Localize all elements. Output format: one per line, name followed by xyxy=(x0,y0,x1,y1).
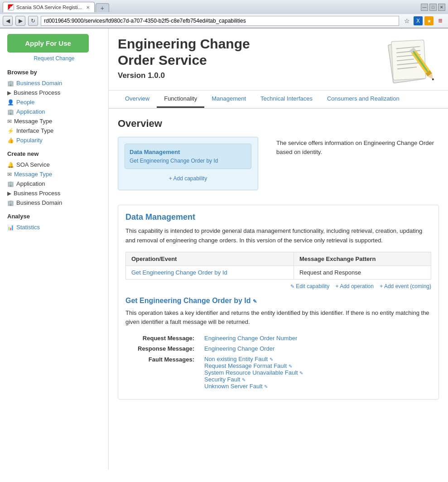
reload-btn[interactable]: ↻ xyxy=(28,16,38,26)
statistics-link[interactable]: Statistics xyxy=(16,224,40,231)
apply-for-use-button[interactable]: Apply For Use xyxy=(7,34,89,53)
response-message-link[interactable]: Engineering Change Order xyxy=(204,345,275,352)
thumbsup-icon: 👍 xyxy=(7,137,14,144)
pattern-cell: Request and Response xyxy=(294,265,431,279)
nav-ext-icon-2[interactable]: ★ xyxy=(424,16,434,25)
ext-icon-3: ✎ xyxy=(299,371,303,376)
header-text: Engineering Change Order Service Version… xyxy=(118,36,376,80)
sidebar-item-popularity[interactable]: 👍 Popularity xyxy=(7,135,101,145)
forward-btn[interactable]: ▶ xyxy=(15,16,25,26)
ext-icon-4: ✎ xyxy=(242,377,246,382)
data-management-title[interactable]: Data Management xyxy=(125,212,431,222)
tab-consumers-realization[interactable]: Consumers and Realization xyxy=(320,91,407,108)
sidebar-item-statistics[interactable]: 📊 Statistics xyxy=(7,222,101,232)
close-btn[interactable]: ✕ xyxy=(438,4,445,11)
overview-top-section: Data Management Get Engineering Change O… xyxy=(118,137,439,198)
bookmark-icon[interactable]: ☆ xyxy=(402,16,412,26)
add-capability-btn[interactable]: + Add capability xyxy=(125,174,251,183)
application-new-label: Application xyxy=(16,180,45,187)
tab-management[interactable]: Management xyxy=(204,91,253,108)
minimize-btn[interactable]: — xyxy=(421,4,428,11)
fault-link-5[interactable]: Unknown Server Fault ✎ xyxy=(204,383,426,390)
sidebar-item-interface-type[interactable]: ⚡ Interface Type xyxy=(7,126,101,135)
tab-overview[interactable]: Overview xyxy=(118,91,157,108)
business-process-new-label: Business Process xyxy=(14,190,60,197)
operation-link[interactable]: Get Engineering Change Order by Id xyxy=(131,269,227,276)
envelope-icon-2: ✉ xyxy=(7,171,12,178)
new-tab-btn[interactable]: + xyxy=(96,3,109,12)
data-management-inner-title: Data Management xyxy=(130,149,246,155)
person-icon: 👤 xyxy=(7,99,14,106)
data-management-section: Data Management This capability is inten… xyxy=(118,205,439,400)
fault-link-4[interactable]: Security Fault ✎ xyxy=(204,376,426,383)
people-link[interactable]: People xyxy=(16,99,34,106)
operation-title: Get Engineering Change Order by Id ✎ xyxy=(125,297,431,305)
sidebar-item-business-domain-new[interactable]: 🏢 Business Domain xyxy=(7,198,101,207)
chart-icon: 📊 xyxy=(7,224,14,231)
tab-functionality[interactable]: Functionality xyxy=(157,91,204,108)
document-illustration-svg xyxy=(387,38,437,83)
request-message-link[interactable]: Engineering Change Order Number xyxy=(204,335,297,342)
envelope-icon: ✉ xyxy=(7,118,12,125)
content-area: Overview Data Management Get Engineering… xyxy=(109,109,448,416)
add-operation-link[interactable]: + Add operation xyxy=(336,283,374,289)
bell-icon: 🔔 xyxy=(7,162,14,168)
ext-icon-5: ✎ xyxy=(264,384,268,389)
sidebar-item-message-type[interactable]: ✉ Message Type xyxy=(7,116,101,126)
tab-close-btn[interactable]: ✕ xyxy=(86,5,90,10)
capability-box: Data Management Get Engineering Change O… xyxy=(118,137,258,190)
interface-type-label: Interface Type xyxy=(16,127,53,134)
ext-icon-1: ✎ xyxy=(270,357,273,362)
business-domain-link[interactable]: Business Domain xyxy=(16,80,62,87)
sidebar-item-business-process[interactable]: ▶ Business Process xyxy=(7,88,101,97)
response-message-row: Response Message: Engineering Change Ord… xyxy=(126,344,430,353)
nav-icons: ☆ X ★ ≡ xyxy=(402,16,445,26)
main-content: Engineering Change Order Service Version… xyxy=(109,29,448,470)
message-type-new-link[interactable]: Message Type xyxy=(14,171,52,178)
lightning-icon: ⚡ xyxy=(7,128,14,134)
add-event-link[interactable]: + Add event (coming) xyxy=(380,283,431,289)
popularity-link[interactable]: Popularity xyxy=(16,137,43,144)
tabs-bar: Overview Functionality Management Techni… xyxy=(109,91,448,109)
operation-title-link[interactable]: Get Engineering Change Order by Id xyxy=(125,297,250,304)
sidebar-item-message-type-new[interactable]: ✉ Message Type xyxy=(7,169,101,179)
back-btn[interactable]: ◀ xyxy=(3,16,13,26)
app-icon: 🏢 xyxy=(7,109,14,115)
address-bar[interactable] xyxy=(41,16,399,26)
overview-heading: Overview xyxy=(118,118,439,130)
business-domain-new-label: Business Domain xyxy=(16,199,62,206)
sidebar-item-application-new[interactable]: 🏢 Application xyxy=(7,179,101,188)
sidebar-item-soa-service[interactable]: 🔔 SOA Service xyxy=(7,160,101,169)
operations-table: Operation/Event Message Exchange Pattern… xyxy=(125,252,431,280)
service-version: Version 1.0.0 xyxy=(118,71,376,80)
nav-ext-icon-1[interactable]: X xyxy=(414,16,423,25)
fault-link-2[interactable]: Request Message Format Fault ✎ xyxy=(204,362,426,369)
nav-bar: ◀ ▶ ↻ ☆ X ★ ≡ xyxy=(0,14,448,28)
fault-link-1[interactable]: Non existing Entity Fault ✎ xyxy=(204,356,426,362)
sidebar-item-business-domain[interactable]: 🏢 Business Domain xyxy=(7,78,101,88)
fault-messages-list: Non existing Entity Fault ✎ Request Mess… xyxy=(200,354,430,391)
table-actions: ✎ Edit capability + Add operation + Add … xyxy=(125,283,431,289)
sidebar-item-application[interactable]: 🏢 Application xyxy=(7,107,101,116)
sidebar-item-business-process-new[interactable]: ▶ Business Process xyxy=(7,188,101,198)
menu-icon[interactable]: ≡ xyxy=(435,16,445,26)
restore-btn[interactable]: □ xyxy=(429,4,437,11)
application-link[interactable]: Application xyxy=(16,108,45,115)
ext-icon-2: ✎ xyxy=(289,364,292,369)
response-message-label: Response Message: xyxy=(126,344,199,353)
get-engineering-link-capability[interactable]: Get Engineering Change Order by Id xyxy=(130,158,246,164)
external-link-icon: ✎ xyxy=(253,299,257,304)
tab-technical-interfaces[interactable]: Technical Interfaces xyxy=(253,91,320,108)
browser-tab-active[interactable]: S Scania SOA Service Registi... ✕ xyxy=(3,2,95,12)
data-management-description: This capability is intended to provide g… xyxy=(125,227,431,246)
create-new-title: Create new xyxy=(7,150,101,157)
fault-link-3[interactable]: System Resource Unavailable Fault ✎ xyxy=(204,369,426,376)
col-operation: Operation/Event xyxy=(126,252,294,265)
browse-by-title: Browse by xyxy=(7,69,101,76)
edit-capability-link[interactable]: ✎ Edit capability xyxy=(290,283,329,289)
request-change-link[interactable]: Request Change xyxy=(7,55,101,62)
play-icon: ▶ xyxy=(7,90,11,96)
capability-inner: Data Management Get Engineering Change O… xyxy=(125,144,251,169)
analyse-title: Analyse xyxy=(7,213,101,220)
sidebar-item-people[interactable]: 👤 People xyxy=(7,97,101,107)
